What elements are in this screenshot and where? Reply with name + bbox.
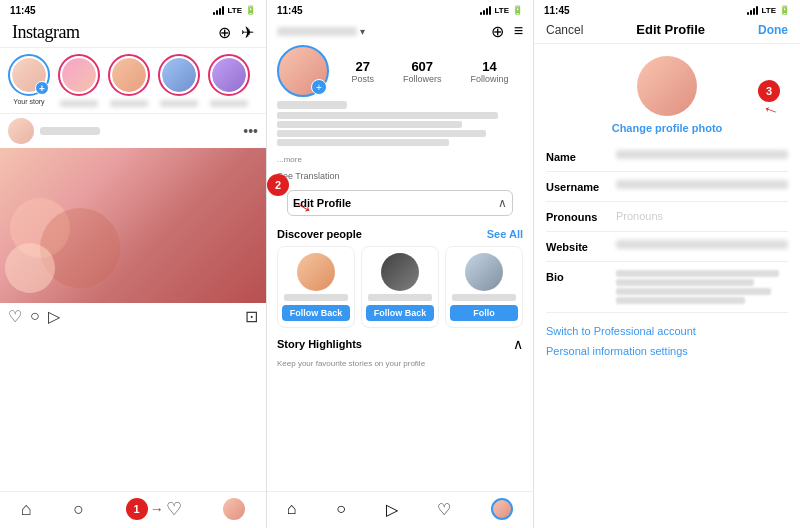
- share-icon[interactable]: ▷: [48, 307, 60, 326]
- edit-fields-container: Name Username Pronouns Pronouns Website …: [534, 142, 800, 313]
- username-label: Username: [546, 180, 616, 193]
- story-item-1[interactable]: [58, 54, 100, 107]
- bio-value-line-1: [616, 270, 779, 277]
- save-icon[interactable]: ⊡: [245, 307, 258, 326]
- profile-username-text: [277, 27, 357, 36]
- name-value[interactable]: [616, 150, 788, 159]
- bio-line-3: [277, 130, 486, 137]
- see-more-label[interactable]: ...more: [277, 155, 302, 164]
- status-icons-3: LTE 🔋: [747, 5, 790, 15]
- profile-reels-icon[interactable]: ▷: [386, 500, 398, 519]
- pronouns-input[interactable]: Pronouns: [616, 210, 663, 222]
- chevron-down-icon[interactable]: ▾: [360, 26, 365, 37]
- edit-profile-area: Edit Profile ∧ 2 →: [277, 186, 523, 220]
- posts-count: 27: [356, 59, 370, 74]
- profile-bio-area: ...more: [267, 99, 533, 168]
- personal-info-link[interactable]: Personal information settings: [546, 345, 788, 357]
- see-all-link[interactable]: See All: [487, 228, 523, 240]
- followers-label: Followers: [403, 74, 442, 84]
- profile-heart-icon[interactable]: ♡: [437, 500, 451, 519]
- follow-back-btn-1[interactable]: Follow Back: [282, 305, 350, 321]
- feed-header-actions: ⊕ ✈: [218, 23, 254, 42]
- bio-line-4: [277, 139, 449, 146]
- done-button[interactable]: Done: [758, 23, 788, 37]
- arrow-right-icon: →: [150, 501, 164, 517]
- stories-row: + Your story: [0, 48, 266, 114]
- edit-profile-header: Cancel Edit Profile Done: [534, 18, 800, 44]
- signal-icon-3: [747, 6, 758, 15]
- profile-avatar: +: [277, 45, 329, 97]
- story-item-4[interactable]: [208, 54, 250, 107]
- profile-username-bar: ▾: [277, 26, 365, 37]
- step3-badge: 3: [758, 80, 780, 102]
- status-bar-1: 11:45 LTE 🔋: [0, 0, 266, 18]
- discover-card-3: Follo: [445, 246, 523, 328]
- add-post-icon[interactable]: ⊕: [218, 23, 231, 42]
- discover-name-3: [452, 294, 517, 301]
- lte-badge-3: LTE: [761, 6, 776, 15]
- posts-label: Posts: [351, 74, 374, 84]
- status-icons-2: LTE 🔋: [480, 5, 523, 15]
- change-profile-photo-link[interactable]: Change profile photo: [612, 122, 723, 134]
- your-story-label: Your story: [13, 98, 44, 105]
- send-icon[interactable]: ✈: [241, 23, 254, 42]
- website-value[interactable]: [616, 240, 788, 249]
- add-content-icon[interactable]: ⊕: [491, 22, 504, 41]
- story-label-3: [160, 100, 198, 107]
- profile-search-icon[interactable]: ○: [336, 500, 346, 518]
- profile-top-bar: ▾ ⊕ ≡: [267, 18, 533, 43]
- bio-field: Bio: [546, 262, 788, 313]
- bio-value-line-3: [616, 288, 771, 295]
- switch-professional-link[interactable]: Switch to Professional account: [546, 325, 788, 337]
- profile-home-icon[interactable]: ⌂: [287, 500, 297, 518]
- edit-profile-title: Edit Profile: [636, 22, 705, 37]
- collapse-icon: ∧: [498, 196, 507, 210]
- discover-cards: Follow Back Follow Back Follo: [277, 246, 523, 328]
- profile-nav-avatar[interactable]: [223, 498, 245, 520]
- bio-label: Bio: [546, 270, 616, 283]
- status-bar-2: 11:45 LTE 🔋: [267, 0, 533, 18]
- highlights-header: Story Highlights ∧: [277, 336, 523, 352]
- story-item-2[interactable]: [108, 54, 150, 107]
- menu-icon[interactable]: ≡: [514, 22, 523, 41]
- story-item-3[interactable]: [158, 54, 200, 107]
- search-nav-icon[interactable]: ○: [73, 499, 84, 520]
- cancel-button[interactable]: Cancel: [546, 23, 583, 37]
- follow-back-btn-3[interactable]: Follo: [450, 305, 518, 321]
- step1-area: 1 → ♡: [126, 498, 182, 520]
- profile-bio-lines: [277, 112, 523, 146]
- followers-stat: 607 Followers: [403, 59, 442, 84]
- highlights-section: Story Highlights ∧ Keep your favourite s…: [267, 332, 533, 374]
- posts-stat: 27 Posts: [351, 59, 374, 84]
- post-image: [0, 148, 266, 303]
- feed-header: Instagram ⊕ ✈: [0, 18, 266, 48]
- edit-profile-button[interactable]: Edit Profile ∧: [287, 190, 513, 216]
- home-nav-icon[interactable]: ⌂: [21, 499, 32, 520]
- bio-line-1: [277, 112, 498, 119]
- heart-nav-icon[interactable]: ♡: [166, 498, 182, 520]
- step3-area: 3 →: [758, 80, 780, 119]
- time-2: 11:45: [277, 5, 303, 16]
- lte-badge-2: LTE: [494, 6, 509, 15]
- post-actions: ♡ ○ ▷ ⊡: [0, 303, 266, 330]
- your-story-item[interactable]: + Your story: [8, 54, 50, 107]
- comment-icon[interactable]: ○: [30, 307, 40, 326]
- post-options-icon[interactable]: •••: [243, 123, 258, 139]
- discover-card-2: Follow Back: [361, 246, 439, 328]
- name-field: Name: [546, 142, 788, 172]
- website-label: Website: [546, 240, 616, 253]
- profile-avatar-nav[interactable]: [491, 498, 513, 520]
- story-label-4: [210, 100, 248, 107]
- signal-icon: [213, 6, 224, 15]
- discover-card-1: Follow Back: [277, 246, 355, 328]
- follow-back-btn-2[interactable]: Follow Back: [366, 305, 434, 321]
- highlights-collapse-icon[interactable]: ∧: [513, 336, 523, 352]
- bio-line-2: [277, 121, 462, 128]
- battery-emoji: 🔋: [245, 5, 256, 15]
- instagram-logo: Instagram: [12, 22, 79, 43]
- edit-links-section: Switch to Professional account Personal …: [534, 313, 800, 377]
- like-icon[interactable]: ♡: [8, 307, 22, 326]
- following-stat: 14 Following: [470, 59, 508, 84]
- username-value[interactable]: [616, 180, 788, 189]
- see-translation[interactable]: See Translation: [267, 168, 533, 184]
